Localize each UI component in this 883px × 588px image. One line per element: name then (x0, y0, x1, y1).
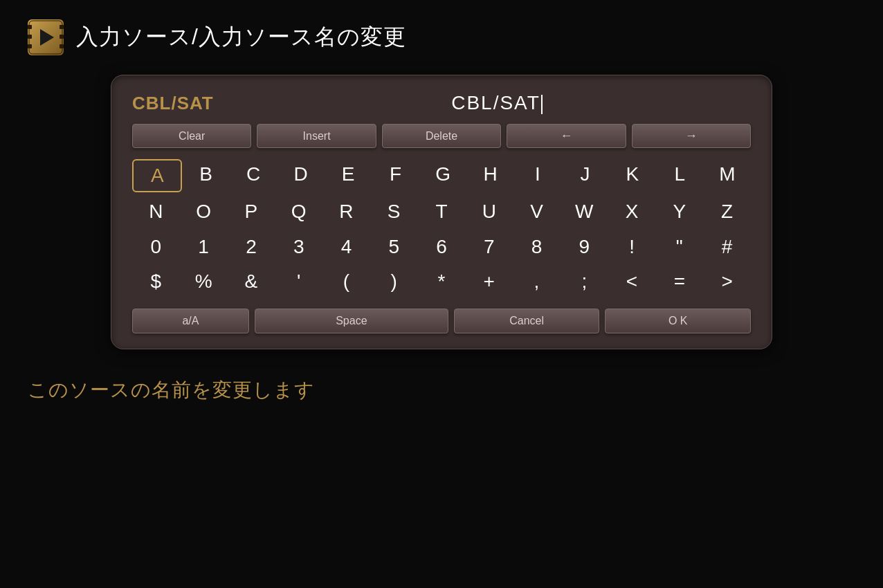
key-D[interactable]: D (277, 159, 324, 192)
key-6[interactable]: 6 (418, 232, 466, 262)
key-hash[interactable]: # (703, 232, 751, 262)
right-arrow-button[interactable]: → (632, 124, 751, 148)
key-F[interactable]: F (372, 159, 419, 192)
key-P[interactable]: P (228, 196, 275, 227)
key-equals[interactable]: = (655, 266, 703, 297)
key-row-1: A B C D E F G H I J K L M (132, 159, 751, 192)
key-K[interactable]: K (609, 159, 656, 192)
control-row: Clear Insert Delete ← → (132, 124, 751, 148)
input-section: CBL/SAT CBL/SAT (132, 92, 751, 114)
header: 入力ソース/入力ソース名の変更 (0, 0, 883, 75)
key-Z[interactable]: Z (703, 196, 751, 227)
key-R[interactable]: R (322, 196, 370, 227)
svg-rect-4 (28, 44, 32, 48)
key-C[interactable]: C (230, 159, 277, 192)
key-1[interactable]: 1 (180, 232, 228, 262)
text-input-display: CBL/SAT (243, 92, 751, 114)
key-row-4: $ % & ' ( ) * + , ; < = > (132, 266, 751, 297)
svg-rect-6 (60, 35, 64, 39)
key-E[interactable]: E (325, 159, 372, 192)
key-apostrophe[interactable]: ' (275, 266, 322, 297)
key-G[interactable]: G (419, 159, 466, 192)
key-8[interactable]: 8 (513, 232, 561, 262)
key-percent[interactable]: % (180, 266, 228, 297)
key-A[interactable]: A (132, 159, 182, 192)
page-title: 入力ソース/入力ソース名の変更 (76, 22, 406, 53)
key-Y[interactable]: Y (655, 196, 703, 227)
space-button[interactable]: Space (255, 309, 448, 333)
key-open-paren[interactable]: ( (322, 266, 370, 297)
key-J[interactable]: J (561, 159, 608, 192)
key-close-paren[interactable]: ) (370, 266, 418, 297)
key-exclaim[interactable]: ! (608, 232, 656, 262)
cursor (541, 95, 543, 114)
input-text: CBL/SAT (451, 92, 540, 113)
key-O[interactable]: O (180, 196, 228, 227)
key-I[interactable]: I (514, 159, 561, 192)
key-5[interactable]: 5 (370, 232, 418, 262)
key-plus[interactable]: + (465, 266, 513, 297)
left-arrow-button[interactable]: ← (507, 124, 626, 148)
key-comma[interactable]: , (513, 266, 561, 297)
key-0[interactable]: 0 (132, 232, 180, 262)
key-rows: A B C D E F G H I J K L M N O P Q R S T … (132, 159, 751, 297)
key-H[interactable]: H (466, 159, 513, 192)
cancel-button[interactable]: Cancel (454, 309, 600, 333)
key-M[interactable]: M (704, 159, 751, 192)
svg-rect-7 (60, 44, 64, 48)
key-row-2: N O P Q R S T U V W X Y Z (132, 196, 751, 227)
case-toggle-button[interactable]: a/A (132, 309, 249, 333)
input-label: CBL/SAT (132, 93, 243, 114)
insert-button[interactable]: Insert (257, 124, 376, 148)
key-B[interactable]: B (182, 159, 229, 192)
key-L[interactable]: L (656, 159, 703, 192)
key-semicolon[interactable]: ; (561, 266, 608, 297)
svg-rect-5 (60, 25, 64, 29)
delete-button[interactable]: Delete (382, 124, 501, 148)
key-X[interactable]: X (608, 196, 656, 227)
key-9[interactable]: 9 (561, 232, 608, 262)
key-row-3: 0 1 2 3 4 5 6 7 8 9 ! " # (132, 232, 751, 262)
footer-description: このソースの名前を変更します (0, 349, 883, 431)
key-U[interactable]: U (465, 196, 513, 227)
key-3[interactable]: 3 (275, 232, 322, 262)
key-asterisk[interactable]: * (418, 266, 466, 297)
ok-button[interactable]: O K (605, 309, 751, 333)
keyboard-panel: CBL/SAT CBL/SAT Clear Insert Delete ← → … (111, 75, 772, 349)
key-quote[interactable]: " (655, 232, 703, 262)
key-dollar[interactable]: $ (132, 266, 180, 297)
key-T[interactable]: T (418, 196, 466, 227)
key-Q[interactable]: Q (275, 196, 322, 227)
key-V[interactable]: V (513, 196, 561, 227)
key-N[interactable]: N (132, 196, 180, 227)
key-W[interactable]: W (561, 196, 608, 227)
bottom-row: a/A Space Cancel O K (132, 309, 751, 333)
app-icon (28, 19, 64, 55)
key-S[interactable]: S (370, 196, 418, 227)
key-ampersand[interactable]: & (228, 266, 275, 297)
key-4[interactable]: 4 (322, 232, 370, 262)
key-greater[interactable]: > (703, 266, 751, 297)
svg-rect-2 (28, 25, 32, 29)
key-7[interactable]: 7 (465, 232, 513, 262)
key-2[interactable]: 2 (228, 232, 275, 262)
key-less[interactable]: < (608, 266, 656, 297)
svg-rect-3 (28, 35, 32, 39)
clear-button[interactable]: Clear (132, 124, 251, 148)
